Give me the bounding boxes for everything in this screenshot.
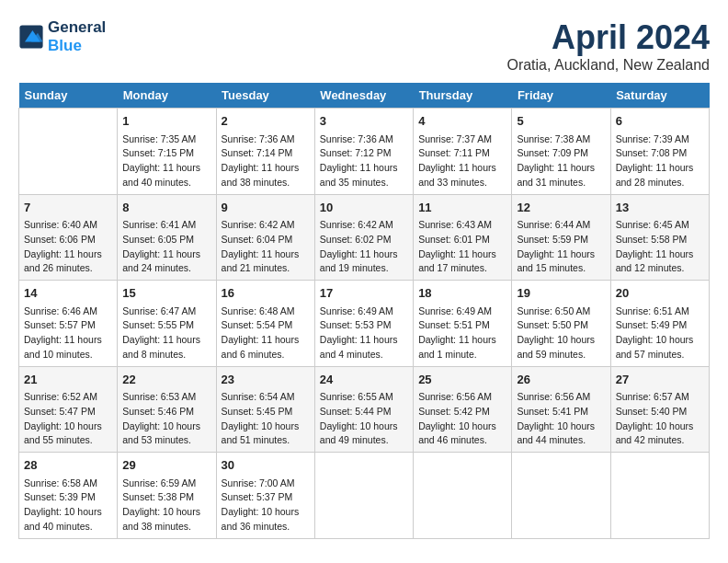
date-number: 20 bbox=[616, 284, 704, 303]
date-number: 6 bbox=[616, 112, 704, 131]
cell-week4-day6: 26Sunrise: 6:56 AM Sunset: 5:41 PM Dayli… bbox=[512, 366, 610, 453]
date-number: 30 bbox=[222, 456, 310, 475]
cell-week1-day3: 2Sunrise: 7:36 AM Sunset: 7:14 PM Daylig… bbox=[216, 109, 314, 195]
week-row-4: 21Sunrise: 6:52 AM Sunset: 5:47 PM Dayli… bbox=[19, 366, 710, 453]
cell-week5-day1: 28Sunrise: 6:58 AM Sunset: 5:39 PM Dayli… bbox=[19, 453, 118, 539]
date-number: 28 bbox=[24, 456, 112, 475]
cell-info: Sunrise: 6:43 AM Sunset: 6:01 PM Dayligh… bbox=[418, 218, 506, 276]
date-number: 15 bbox=[122, 284, 210, 303]
cell-week3-day5: 18Sunrise: 6:49 AM Sunset: 5:51 PM Dayli… bbox=[414, 281, 512, 367]
cell-info: Sunrise: 6:40 AM Sunset: 6:06 PM Dayligh… bbox=[24, 218, 112, 276]
cell-info: Sunrise: 7:36 AM Sunset: 7:12 PM Dayligh… bbox=[320, 132, 408, 190]
cell-week3-day4: 17Sunrise: 6:49 AM Sunset: 5:53 PM Dayli… bbox=[314, 281, 413, 367]
cell-week2-day6: 12Sunrise: 6:44 AM Sunset: 5:59 PM Dayli… bbox=[512, 194, 610, 281]
cell-info: Sunrise: 7:38 AM Sunset: 7:09 PM Dayligh… bbox=[517, 132, 605, 190]
cell-week5-day5 bbox=[414, 453, 512, 539]
cell-info: Sunrise: 6:50 AM Sunset: 5:50 PM Dayligh… bbox=[517, 304, 605, 362]
cell-week3-day2: 15Sunrise: 6:47 AM Sunset: 5:55 PM Dayli… bbox=[118, 281, 216, 367]
cell-info: Sunrise: 6:53 AM Sunset: 5:46 PM Dayligh… bbox=[122, 390, 210, 448]
col-wednesday: Wednesday bbox=[314, 83, 413, 109]
cell-info: Sunrise: 6:41 AM Sunset: 6:05 PM Dayligh… bbox=[122, 218, 210, 276]
week-row-5: 28Sunrise: 6:58 AM Sunset: 5:39 PM Dayli… bbox=[19, 453, 710, 539]
cell-info: Sunrise: 6:56 AM Sunset: 5:41 PM Dayligh… bbox=[517, 390, 605, 448]
col-saturday: Saturday bbox=[610, 83, 709, 109]
cell-week2-day7: 13Sunrise: 6:45 AM Sunset: 5:58 PM Dayli… bbox=[610, 194, 709, 281]
cell-week1-day4: 3Sunrise: 7:36 AM Sunset: 7:12 PM Daylig… bbox=[314, 109, 413, 195]
logo-text: General Blue bbox=[48, 18, 106, 56]
cell-info: Sunrise: 6:47 AM Sunset: 5:55 PM Dayligh… bbox=[122, 304, 210, 362]
cell-info: Sunrise: 6:56 AM Sunset: 5:42 PM Dayligh… bbox=[418, 390, 506, 448]
cell-info: Sunrise: 6:58 AM Sunset: 5:39 PM Dayligh… bbox=[24, 477, 112, 534]
cell-week2-day2: 8Sunrise: 6:41 AM Sunset: 6:05 PM Daylig… bbox=[118, 194, 216, 281]
cell-week5-day4 bbox=[314, 453, 413, 539]
date-number: 9 bbox=[222, 199, 310, 217]
cell-info: Sunrise: 6:52 AM Sunset: 5:47 PM Dayligh… bbox=[24, 390, 112, 448]
page-header: General Blue April 2024 Oratia, Auckland… bbox=[18, 18, 710, 74]
calendar-header-row: Sunday Monday Tuesday Wednesday Thursday… bbox=[19, 83, 710, 109]
date-number: 27 bbox=[616, 371, 704, 389]
date-number: 19 bbox=[517, 284, 605, 303]
date-number: 13 bbox=[616, 199, 704, 217]
calendar-table: Sunday Monday Tuesday Wednesday Thursday… bbox=[18, 83, 710, 539]
location: Oratia, Auckland, New Zealand bbox=[506, 57, 710, 74]
cell-info: Sunrise: 6:49 AM Sunset: 5:51 PM Dayligh… bbox=[418, 304, 506, 362]
date-number: 17 bbox=[320, 284, 408, 303]
cell-info: Sunrise: 6:48 AM Sunset: 5:54 PM Dayligh… bbox=[222, 304, 310, 362]
cell-info: Sunrise: 7:39 AM Sunset: 7:08 PM Dayligh… bbox=[616, 132, 704, 190]
cell-week5-day2: 29Sunrise: 6:59 AM Sunset: 5:38 PM Dayli… bbox=[118, 453, 216, 539]
date-number: 25 bbox=[418, 371, 506, 389]
cell-info: Sunrise: 6:51 AM Sunset: 5:49 PM Dayligh… bbox=[616, 304, 704, 362]
cell-info: Sunrise: 6:49 AM Sunset: 5:53 PM Dayligh… bbox=[320, 304, 408, 362]
date-number: 23 bbox=[222, 371, 310, 389]
cell-week1-day1 bbox=[19, 109, 118, 195]
cell-info: Sunrise: 6:54 AM Sunset: 5:45 PM Dayligh… bbox=[222, 390, 310, 448]
cell-week1-day7: 6Sunrise: 7:39 AM Sunset: 7:08 PM Daylig… bbox=[610, 109, 709, 195]
cell-info: Sunrise: 6:42 AM Sunset: 6:04 PM Dayligh… bbox=[222, 218, 310, 276]
title-block: April 2024 Oratia, Auckland, New Zealand bbox=[506, 18, 710, 74]
col-thursday: Thursday bbox=[414, 83, 512, 109]
cell-week4-day7: 27Sunrise: 6:57 AM Sunset: 5:40 PM Dayli… bbox=[610, 366, 709, 453]
cell-info: Sunrise: 6:55 AM Sunset: 5:44 PM Dayligh… bbox=[320, 390, 408, 448]
cell-info: Sunrise: 7:35 AM Sunset: 7:15 PM Dayligh… bbox=[122, 132, 210, 190]
cell-week3-day1: 14Sunrise: 6:46 AM Sunset: 5:57 PM Dayli… bbox=[19, 281, 118, 367]
week-row-2: 7Sunrise: 6:40 AM Sunset: 6:06 PM Daylig… bbox=[19, 194, 710, 281]
date-number: 5 bbox=[517, 112, 605, 131]
date-number: 22 bbox=[122, 371, 210, 389]
cell-info: Sunrise: 6:45 AM Sunset: 5:58 PM Dayligh… bbox=[616, 218, 704, 276]
cell-week5-day7 bbox=[610, 453, 709, 539]
date-number: 10 bbox=[320, 199, 408, 217]
cell-week3-day3: 16Sunrise: 6:48 AM Sunset: 5:54 PM Dayli… bbox=[216, 281, 314, 367]
cell-week4-day4: 24Sunrise: 6:55 AM Sunset: 5:44 PM Dayli… bbox=[314, 366, 413, 453]
date-number: 1 bbox=[122, 112, 210, 131]
cell-week5-day6 bbox=[512, 453, 610, 539]
date-number: 11 bbox=[418, 199, 506, 217]
date-number: 2 bbox=[222, 112, 310, 131]
date-number: 14 bbox=[24, 284, 112, 303]
cell-week2-day3: 9Sunrise: 6:42 AM Sunset: 6:04 PM Daylig… bbox=[216, 194, 314, 281]
cell-week5-day3: 30Sunrise: 7:00 AM Sunset: 5:37 PM Dayli… bbox=[216, 453, 314, 539]
cell-week1-day2: 1Sunrise: 7:35 AM Sunset: 7:15 PM Daylig… bbox=[118, 109, 216, 195]
cell-info: Sunrise: 7:36 AM Sunset: 7:14 PM Dayligh… bbox=[222, 132, 310, 190]
col-monday: Monday bbox=[118, 83, 216, 109]
cell-week4-day2: 22Sunrise: 6:53 AM Sunset: 5:46 PM Dayli… bbox=[118, 366, 216, 453]
logo-icon bbox=[18, 24, 44, 50]
cell-week2-day5: 11Sunrise: 6:43 AM Sunset: 6:01 PM Dayli… bbox=[414, 194, 512, 281]
cell-week2-day4: 10Sunrise: 6:42 AM Sunset: 6:02 PM Dayli… bbox=[314, 194, 413, 281]
cell-info: Sunrise: 6:44 AM Sunset: 5:59 PM Dayligh… bbox=[517, 218, 605, 276]
cell-week2-day1: 7Sunrise: 6:40 AM Sunset: 6:06 PM Daylig… bbox=[19, 194, 118, 281]
date-number: 3 bbox=[320, 112, 408, 131]
week-row-1: 1Sunrise: 7:35 AM Sunset: 7:15 PM Daylig… bbox=[19, 109, 710, 195]
week-row-3: 14Sunrise: 6:46 AM Sunset: 5:57 PM Dayli… bbox=[19, 281, 710, 367]
logo: General Blue bbox=[18, 18, 106, 56]
date-number: 7 bbox=[24, 199, 112, 217]
cell-info: Sunrise: 7:37 AM Sunset: 7:11 PM Dayligh… bbox=[418, 132, 506, 190]
col-tuesday: Tuesday bbox=[216, 83, 314, 109]
cell-week3-day7: 20Sunrise: 6:51 AM Sunset: 5:49 PM Dayli… bbox=[610, 281, 709, 367]
col-sunday: Sunday bbox=[19, 83, 118, 109]
cell-week1-day5: 4Sunrise: 7:37 AM Sunset: 7:11 PM Daylig… bbox=[414, 109, 512, 195]
cell-info: Sunrise: 6:42 AM Sunset: 6:02 PM Dayligh… bbox=[320, 218, 408, 276]
month-title: April 2024 bbox=[506, 18, 710, 57]
cell-info: Sunrise: 6:46 AM Sunset: 5:57 PM Dayligh… bbox=[24, 304, 112, 362]
cell-week1-day6: 5Sunrise: 7:38 AM Sunset: 7:09 PM Daylig… bbox=[512, 109, 610, 195]
date-number: 29 bbox=[122, 456, 210, 475]
